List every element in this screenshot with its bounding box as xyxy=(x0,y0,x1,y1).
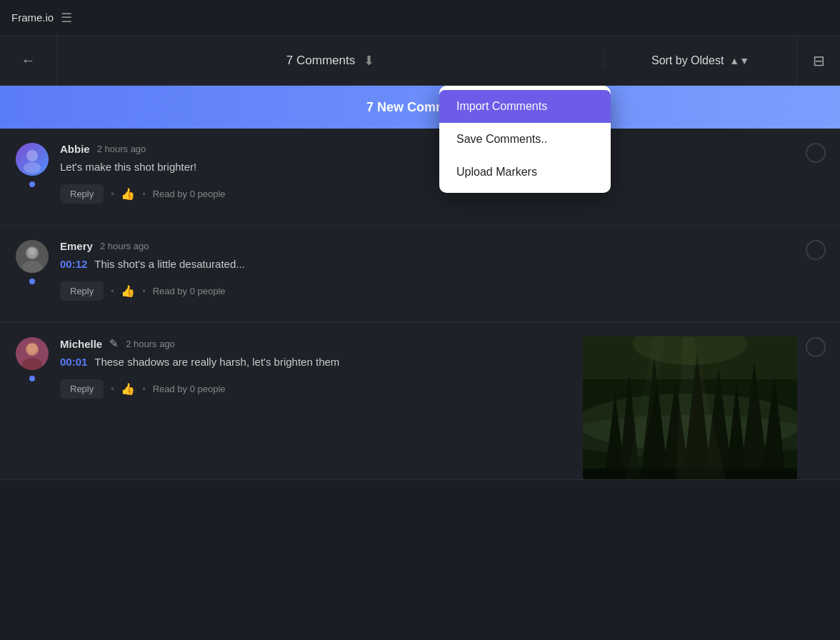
top-bar: Frame.io ☰ xyxy=(0,0,840,36)
avatar xyxy=(16,240,49,273)
brand: Frame.io ☰ xyxy=(11,10,72,26)
back-button[interactable]: ← xyxy=(0,36,57,85)
reply-button[interactable]: Reply xyxy=(60,379,104,399)
avatar-col xyxy=(14,143,50,187)
svg-point-1 xyxy=(26,150,38,161)
filter-icon: ⊟ xyxy=(813,52,825,69)
back-arrow-icon: ← xyxy=(21,52,36,69)
comment-time: 2 hours ago xyxy=(100,241,149,251)
read-by: Read by 0 people xyxy=(153,384,226,394)
svg-point-7 xyxy=(29,248,36,255)
comment-author: Michelle xyxy=(60,338,102,350)
sort-label: Sort by Oldest xyxy=(651,54,724,67)
timestamp-link[interactable]: 00:01 xyxy=(60,356,87,368)
timestamp-link[interactable]: 00:12 xyxy=(60,258,87,270)
reply-button[interactable]: Reply xyxy=(60,281,104,301)
comment-item: Michelle ✎ 2 hours ago 00:01 These shado… xyxy=(0,323,840,480)
avatar xyxy=(16,143,49,176)
comment-thumbnail xyxy=(583,336,797,479)
save-comments-item[interactable]: Save Comments.. xyxy=(439,123,611,156)
svg-point-11 xyxy=(27,344,37,354)
check-circle[interactable] xyxy=(806,337,826,357)
dropdown-menu: Import Comments Save Comments.. Upload M… xyxy=(439,86,611,193)
separator-dot: • xyxy=(142,286,145,296)
comment-time: 2 hours ago xyxy=(97,144,146,154)
comment-item: Abbie 2 hours ago Let's make this shot b… xyxy=(0,129,840,226)
comment-list: Abbie 2 hours ago Let's make this shot b… xyxy=(0,129,840,640)
upload-markers-item[interactable]: Upload Markers xyxy=(439,156,611,189)
menu-icon[interactable]: ☰ xyxy=(61,10,72,26)
comment-author: Abbie xyxy=(60,143,90,155)
read-by: Read by 0 people xyxy=(153,189,226,199)
unread-dot xyxy=(29,376,35,381)
sort-chevron-icon: ▲▼ xyxy=(729,55,749,66)
check-circle[interactable] xyxy=(806,240,826,260)
avatar-col xyxy=(14,240,50,284)
unread-dot xyxy=(29,279,35,284)
comment-actions: Reply • 👍 • Read by 0 people xyxy=(60,281,826,311)
separator-dot: • xyxy=(142,384,145,394)
comments-count: 7 Comments xyxy=(286,54,355,68)
comments-count-area: 7 Comments ⬇ xyxy=(57,53,604,69)
read-by: Read by 0 people xyxy=(153,286,226,296)
separator-dot: • xyxy=(111,286,114,296)
unread-dot xyxy=(29,181,35,187)
check-circle[interactable] xyxy=(806,143,826,163)
comment-item: Emery 2 hours ago 00:12 This shot's a li… xyxy=(0,226,840,323)
like-button[interactable]: 👍 xyxy=(121,187,135,201)
comment-header: Emery 2 hours ago xyxy=(60,240,826,252)
comment-author: Emery xyxy=(60,240,93,252)
reply-button[interactable]: Reply xyxy=(60,184,104,204)
comment-text: 00:12 This shot's a little desaturated..… xyxy=(60,256,826,271)
brand-name: Frame.io xyxy=(11,11,54,24)
svg-point-2 xyxy=(24,162,41,174)
import-comments-item[interactable]: Import Comments xyxy=(439,90,611,123)
separator-dot: • xyxy=(142,189,145,199)
download-icon[interactable]: ⬇ xyxy=(364,53,374,69)
avatar xyxy=(16,337,49,370)
filter-button[interactable]: ⊟ xyxy=(797,36,840,85)
separator-dot: • xyxy=(111,189,114,199)
comment-time: 2 hours ago xyxy=(126,339,175,349)
separator-dot: • xyxy=(111,384,114,394)
comment-body: Emery 2 hours ago 00:12 This shot's a li… xyxy=(60,240,826,322)
avatar-col xyxy=(14,337,50,381)
edit-icon: ✎ xyxy=(109,337,119,350)
like-button[interactable]: 👍 xyxy=(121,284,135,298)
sort-area[interactable]: Sort by Oldest ▲▼ xyxy=(604,36,797,85)
like-button[interactable]: 👍 xyxy=(121,382,135,396)
new-comments-banner[interactable]: 7 New Comments xyxy=(0,86,840,129)
header-row: ← 7 Comments ⬇ Sort by Oldest ▲▼ ⊟ xyxy=(0,36,840,86)
